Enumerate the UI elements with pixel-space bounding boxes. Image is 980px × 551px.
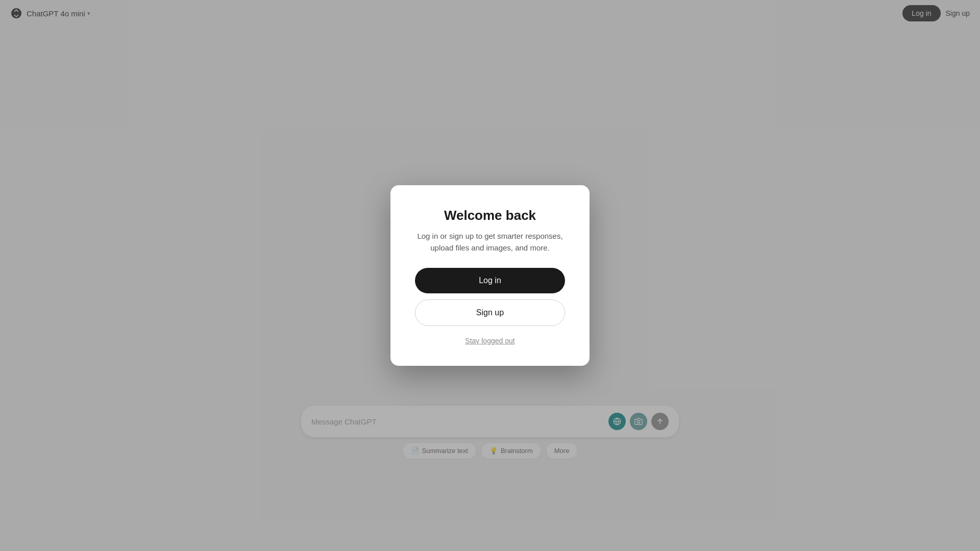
modal-title: Welcome back — [415, 208, 565, 223]
stay-logged-out-link[interactable]: Stay logged out — [465, 337, 514, 345]
welcome-modal: Welcome back Log in or sign up to get sm… — [390, 185, 590, 366]
modal-login-button[interactable]: Log in — [415, 268, 565, 293]
modal-signup-button[interactable]: Sign up — [415, 299, 565, 326]
modal-subtitle: Log in or sign up to get smarter respons… — [415, 231, 565, 254]
modal-overlay: Welcome back Log in or sign up to get sm… — [0, 0, 980, 551]
